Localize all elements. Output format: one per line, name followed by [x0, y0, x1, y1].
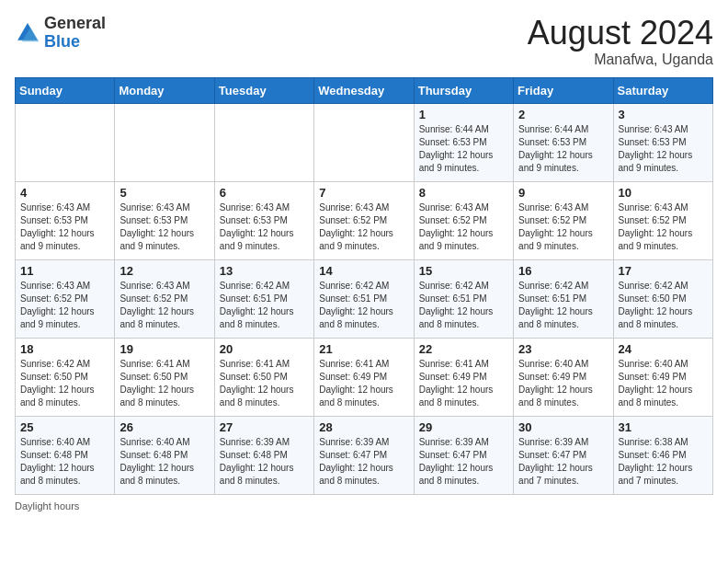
calendar-cell	[314, 103, 414, 181]
day-number: 16	[518, 264, 608, 278]
calendar-week-1: 4Sunrise: 6:43 AM Sunset: 6:53 PM Daylig…	[16, 181, 713, 259]
calendar-cell: 27Sunrise: 6:39 AM Sunset: 6:48 PM Dayli…	[214, 416, 313, 494]
day-number: 2	[518, 108, 608, 121]
header-day-tuesday: Tuesday	[214, 77, 313, 103]
calendar-cell: 19Sunrise: 6:41 AM Sunset: 6:50 PM Dayli…	[115, 338, 214, 416]
header-day-saturday: Saturday	[613, 77, 712, 103]
calendar-cell: 3Sunrise: 6:43 AM Sunset: 6:53 PM Daylig…	[613, 103, 712, 181]
day-number: 15	[419, 264, 508, 278]
calendar-cell: 20Sunrise: 6:41 AM Sunset: 6:50 PM Dayli…	[214, 338, 313, 416]
calendar-week-4: 25Sunrise: 6:40 AM Sunset: 6:48 PM Dayli…	[16, 416, 713, 494]
cell-info: Sunrise: 6:43 AM Sunset: 6:52 PM Dayligh…	[119, 280, 209, 331]
calendar-header: SundayMondayTuesdayWednesdayThursdayFrid…	[16, 77, 713, 103]
calendar-cell: 21Sunrise: 6:41 AM Sunset: 6:49 PM Dayli…	[314, 338, 414, 416]
day-number: 21	[319, 342, 408, 356]
logo-blue: Blue	[44, 32, 80, 51]
cell-info: Sunrise: 6:39 AM Sunset: 6:47 PM Dayligh…	[518, 436, 608, 488]
calendar-table: SundayMondayTuesdayWednesdayThursdayFrid…	[15, 77, 713, 495]
cell-info: Sunrise: 6:43 AM Sunset: 6:52 PM Dayligh…	[20, 280, 109, 331]
cell-info: Sunrise: 6:39 AM Sunset: 6:47 PM Dayligh…	[419, 436, 508, 488]
calendar-cell: 30Sunrise: 6:39 AM Sunset: 6:47 PM Dayli…	[514, 416, 613, 494]
month-year-title: August 2024	[528, 15, 713, 52]
day-number: 14	[319, 264, 408, 278]
cell-info: Sunrise: 6:43 AM Sunset: 6:53 PM Dayligh…	[619, 123, 708, 175]
cell-info: Sunrise: 6:43 AM Sunset: 6:52 PM Dayligh…	[518, 201, 608, 253]
cell-info: Sunrise: 6:40 AM Sunset: 6:48 PM Dayligh…	[119, 436, 209, 488]
day-number: 6	[220, 186, 309, 200]
header-day-wednesday: Wednesday	[314, 77, 414, 103]
calendar-cell: 4Sunrise: 6:43 AM Sunset: 6:53 PM Daylig…	[16, 181, 115, 259]
cell-info: Sunrise: 6:42 AM Sunset: 6:51 PM Dayligh…	[220, 280, 309, 331]
location-title: Manafwa, Uganda	[528, 52, 713, 68]
calendar-cell: 13Sunrise: 6:42 AM Sunset: 6:51 PM Dayli…	[214, 259, 313, 338]
logo-general: General	[44, 14, 106, 32]
header-day-thursday: Thursday	[414, 77, 513, 103]
calendar-cell	[214, 103, 313, 181]
header-row: SundayMondayTuesdayWednesdayThursdayFrid…	[16, 77, 713, 103]
day-number: 30	[518, 420, 608, 434]
cell-info: Sunrise: 6:42 AM Sunset: 6:51 PM Dayligh…	[319, 280, 408, 331]
calendar-cell	[16, 103, 115, 181]
calendar-cell: 14Sunrise: 6:42 AM Sunset: 6:51 PM Dayli…	[314, 259, 414, 338]
day-number: 31	[619, 420, 708, 434]
day-number: 11	[20, 264, 109, 278]
day-number: 9	[518, 186, 608, 200]
calendar-cell: 31Sunrise: 6:38 AM Sunset: 6:46 PM Dayli…	[613, 416, 712, 494]
day-number: 17	[619, 264, 708, 278]
day-number: 25	[20, 420, 109, 434]
cell-info: Sunrise: 6:41 AM Sunset: 6:50 PM Dayligh…	[119, 358, 209, 409]
calendar-body: 1Sunrise: 6:44 AM Sunset: 6:53 PM Daylig…	[16, 103, 713, 494]
day-number: 26	[119, 420, 209, 434]
day-number: 5	[119, 186, 209, 200]
calendar-cell: 26Sunrise: 6:40 AM Sunset: 6:48 PM Dayli…	[115, 416, 214, 494]
cell-info: Sunrise: 6:43 AM Sunset: 6:53 PM Dayligh…	[20, 201, 109, 253]
calendar-cell: 1Sunrise: 6:44 AM Sunset: 6:53 PM Daylig…	[414, 103, 513, 181]
calendar-cell: 7Sunrise: 6:43 AM Sunset: 6:52 PM Daylig…	[314, 181, 414, 259]
day-number: 19	[119, 342, 209, 356]
calendar-cell: 22Sunrise: 6:41 AM Sunset: 6:49 PM Dayli…	[414, 338, 513, 416]
day-number: 12	[119, 264, 209, 278]
cell-info: Sunrise: 6:42 AM Sunset: 6:50 PM Dayligh…	[20, 358, 109, 409]
logo-icon	[15, 20, 40, 46]
calendar-cell: 6Sunrise: 6:43 AM Sunset: 6:53 PM Daylig…	[214, 181, 313, 259]
cell-info: Sunrise: 6:44 AM Sunset: 6:53 PM Dayligh…	[518, 123, 608, 175]
day-number: 27	[220, 420, 309, 434]
cell-info: Sunrise: 6:40 AM Sunset: 6:48 PM Dayligh…	[20, 436, 109, 488]
day-number: 23	[518, 342, 608, 356]
logo: General Blue	[15, 15, 106, 52]
cell-info: Sunrise: 6:43 AM Sunset: 6:53 PM Dayligh…	[119, 201, 209, 253]
cell-info: Sunrise: 6:43 AM Sunset: 6:53 PM Dayligh…	[220, 201, 309, 253]
calendar-week-3: 18Sunrise: 6:42 AM Sunset: 6:50 PM Dayli…	[16, 338, 713, 416]
footer: Daylight hours	[15, 500, 713, 511]
day-number: 8	[419, 186, 508, 200]
calendar-cell: 24Sunrise: 6:40 AM Sunset: 6:49 PM Dayli…	[613, 338, 712, 416]
cell-info: Sunrise: 6:39 AM Sunset: 6:47 PM Dayligh…	[319, 436, 408, 488]
cell-info: Sunrise: 6:43 AM Sunset: 6:52 PM Dayligh…	[419, 201, 508, 253]
logo-text: General Blue	[44, 15, 106, 52]
day-number: 10	[619, 186, 708, 200]
day-number: 28	[319, 420, 408, 434]
day-number: 1	[419, 108, 508, 121]
cell-info: Sunrise: 6:40 AM Sunset: 6:49 PM Dayligh…	[619, 358, 708, 409]
cell-info: Sunrise: 6:42 AM Sunset: 6:51 PM Dayligh…	[419, 280, 508, 331]
calendar-week-0: 1Sunrise: 6:44 AM Sunset: 6:53 PM Daylig…	[16, 103, 713, 181]
calendar-cell: 11Sunrise: 6:43 AM Sunset: 6:52 PM Dayli…	[16, 259, 115, 338]
calendar-cell: 16Sunrise: 6:42 AM Sunset: 6:51 PM Dayli…	[514, 259, 613, 338]
day-number: 24	[619, 342, 708, 356]
cell-info: Sunrise: 6:44 AM Sunset: 6:53 PM Dayligh…	[419, 123, 508, 175]
cell-info: Sunrise: 6:39 AM Sunset: 6:48 PM Dayligh…	[220, 436, 309, 488]
cell-info: Sunrise: 6:42 AM Sunset: 6:51 PM Dayligh…	[518, 280, 608, 331]
calendar-cell: 12Sunrise: 6:43 AM Sunset: 6:52 PM Dayli…	[115, 259, 214, 338]
day-number: 13	[220, 264, 309, 278]
calendar-cell: 5Sunrise: 6:43 AM Sunset: 6:53 PM Daylig…	[115, 181, 214, 259]
day-number: 20	[220, 342, 309, 356]
calendar-cell: 25Sunrise: 6:40 AM Sunset: 6:48 PM Dayli…	[16, 416, 115, 494]
day-number: 18	[20, 342, 109, 356]
cell-info: Sunrise: 6:41 AM Sunset: 6:49 PM Dayligh…	[419, 358, 508, 409]
day-number: 4	[20, 186, 109, 200]
day-number: 7	[319, 186, 408, 200]
calendar-cell: 15Sunrise: 6:42 AM Sunset: 6:51 PM Dayli…	[414, 259, 513, 338]
calendar-cell: 2Sunrise: 6:44 AM Sunset: 6:53 PM Daylig…	[514, 103, 613, 181]
calendar-cell	[115, 103, 214, 181]
header-day-friday: Friday	[514, 77, 613, 103]
